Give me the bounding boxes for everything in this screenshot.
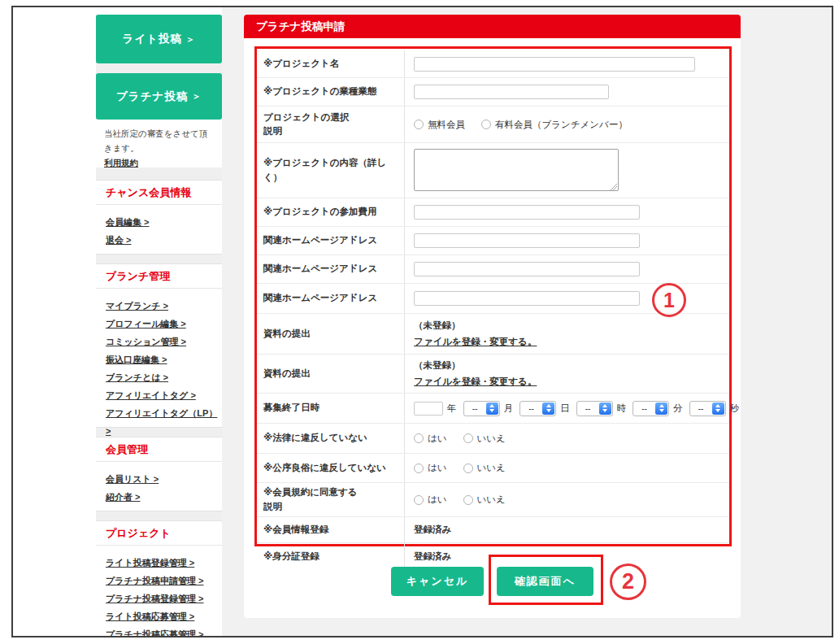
- radio-icon[interactable]: [414, 120, 424, 129]
- unit-day: 日: [560, 402, 570, 415]
- radio-option-order-no[interactable]: いいえ: [463, 462, 506, 474]
- page-frame: ライト投稿 ＞ プラチナ投稿 ＞ 当社所定の審査をさせて頂きます。 利用規約 チ…: [11, 6, 833, 637]
- radio-icon[interactable]: [481, 120, 491, 129]
- radio-option-order-yes[interactable]: はい: [414, 462, 447, 474]
- project-detail-textarea[interactable]: [414, 149, 619, 191]
- radio-icon[interactable]: [414, 433, 424, 443]
- sidebar-review-note: 当社所定の審査をさせて頂きます。 利用規約: [96, 120, 222, 168]
- confirm-button[interactable]: 確認画面へ: [497, 567, 593, 596]
- radio-option-paid-member[interactable]: 有料会員（ブランチメンバー）: [481, 119, 628, 131]
- sidebar-item-referrer[interactable]: 紹介者 >: [96, 488, 222, 506]
- radio-label: いいえ: [477, 494, 506, 506]
- form-row-project-select: プロジェクトの選択 説明 無料会員 有料会員（ブランチメンバー）: [257, 107, 729, 143]
- sidebar: ライト投稿 ＞ プラチナ投稿 ＞ 当社所定の審査をさせて頂きます。 利用規約 チ…: [96, 15, 222, 636]
- radio-label: はい: [428, 433, 447, 445]
- platinum-post-button-label: プラチナ投稿: [116, 89, 188, 104]
- radio-option-legal-no[interactable]: いいえ: [463, 433, 506, 445]
- chevron-right-icon: ＞: [192, 90, 202, 102]
- sidebar-item-profile-edit[interactable]: プロフィール編集 >: [96, 315, 222, 333]
- form-row-industry: ※プロジェクトの業種業態: [257, 78, 729, 107]
- stepper-icon: [655, 402, 667, 415]
- radio-icon[interactable]: [463, 495, 473, 505]
- form-row-fee: ※プロジェクトの参加費用: [257, 198, 729, 227]
- project-name-input[interactable]: [414, 57, 695, 72]
- section-heading: 会員管理: [96, 437, 222, 462]
- form-row-project-name: ※プロジェクト名: [257, 50, 729, 78]
- unit-second: 秒: [730, 402, 740, 415]
- radio-option-legal-yes[interactable]: はい: [414, 433, 447, 445]
- sidebar-item-about-branch[interactable]: ブランチとは >: [96, 368, 222, 386]
- sidebar-item-affiliate-tag-lp[interactable]: アフィリエイトタグ（LP） >: [96, 404, 222, 422]
- minute-select[interactable]: --: [633, 401, 669, 416]
- form-row-agree-terms: ※会員規約に同意する 説明 はい いいえ: [257, 483, 729, 517]
- radio-option-free-member[interactable]: 無料会員: [414, 119, 465, 131]
- review-note-text: 当社所定の審査をさせて頂きます。: [104, 128, 207, 153]
- field-label: 関連ホームページアドレス: [263, 291, 404, 305]
- radio-icon[interactable]: [463, 433, 473, 443]
- hour-select[interactable]: --: [576, 401, 613, 416]
- sidebar-item-member-edit[interactable]: 会員編集 >: [96, 213, 222, 231]
- radio-label: はい: [428, 462, 447, 474]
- year-input[interactable]: [414, 402, 443, 416]
- section-heading: ブランチ管理: [96, 264, 222, 289]
- select-value: --: [633, 404, 655, 413]
- terms-of-use-link[interactable]: 利用規約: [104, 158, 138, 168]
- unit-minute: 分: [673, 402, 683, 415]
- sidebar-section-project: プロジェクト ライト投稿登録管理 > プラチナ投稿申請管理 > プラチナ投稿登録…: [96, 520, 222, 637]
- sidebar-button-platinum-post[interactable]: プラチナ投稿 ＞: [96, 73, 222, 120]
- select-value: --: [690, 404, 712, 413]
- sidebar-item-platinum-entry-mgmt[interactable]: プラチナ投稿応募管理 >: [96, 625, 222, 637]
- registered-status: 登録済み: [414, 524, 451, 536]
- second-select[interactable]: --: [689, 401, 726, 416]
- sidebar-item-platinum-reg-mgmt[interactable]: プラチナ投稿登録管理 >: [96, 590, 222, 607]
- resize-grip-icon[interactable]: [611, 184, 617, 190]
- month-select[interactable]: --: [463, 401, 500, 416]
- day-select[interactable]: --: [519, 401, 556, 416]
- select-value: --: [464, 404, 486, 413]
- sidebar-item-my-branch[interactable]: マイブランチ >: [96, 297, 222, 315]
- cancel-button[interactable]: キャンセル: [391, 567, 484, 596]
- radio-label: はい: [428, 494, 447, 506]
- homepage-url-input-2[interactable]: [414, 262, 640, 276]
- sidebar-item-light-post-reg[interactable]: ライト投稿登録管理 >: [96, 554, 222, 572]
- select-value: --: [577, 404, 599, 413]
- sidebar-item-light-entry-mgmt[interactable]: ライト投稿応募管理 >: [96, 607, 222, 625]
- homepage-url-input-1[interactable]: [414, 233, 640, 248]
- sidebar-item-withdraw[interactable]: 退会 >: [96, 231, 222, 249]
- sidebar-item-member-list[interactable]: 会員リスト >: [96, 470, 222, 488]
- sidebar-button-light-post[interactable]: ライト投稿 ＞: [96, 15, 222, 63]
- annotation-circle-1: 1: [652, 283, 686, 317]
- unit-month: 月: [504, 402, 514, 415]
- sidebar-item-affiliate-tag[interactable]: アフィリエイトタグ >: [96, 386, 222, 404]
- participation-fee-input[interactable]: [414, 205, 640, 220]
- homepage-url-input-3[interactable]: [414, 291, 640, 306]
- radio-option-agree-no[interactable]: いいえ: [463, 494, 506, 506]
- file-upload-link-1[interactable]: ファイルを登録・変更する。: [414, 334, 537, 350]
- unit-year: 年: [447, 402, 457, 415]
- form-row-document-1: 資料の提出 （未登録） ファイルを登録・変更する。: [257, 314, 729, 355]
- field-label: 資料の提出: [263, 367, 404, 381]
- page-title: プラチナ投稿申請: [244, 15, 741, 38]
- sidebar-item-platinum-apply-mgmt[interactable]: プラチナ投稿申請管理 >: [96, 572, 222, 590]
- field-sublabel: 説明: [263, 124, 404, 138]
- field-label: ※身分証登録: [263, 550, 404, 564]
- sidebar-section-branch: ブランチ管理 マイブランチ > プロフィール編集 > コミッション管理 > 振込…: [96, 263, 222, 428]
- field-label: プロジェクトの選択: [263, 111, 404, 124]
- form-row-member-info-reg: ※会員情報登録 登録済み: [257, 517, 729, 543]
- sidebar-item-bank-account[interactable]: 振込口座編集 >: [96, 350, 222, 368]
- radio-icon[interactable]: [414, 463, 424, 473]
- radio-option-agree-yes[interactable]: はい: [414, 494, 447, 506]
- radio-label: 有料会員（ブランチメンバー）: [495, 119, 628, 131]
- field-label: ※法律に違反していない: [263, 431, 404, 445]
- radio-label: 無料会員: [428, 119, 465, 131]
- field-label: 募集終了日時: [263, 401, 404, 415]
- radio-icon[interactable]: [414, 495, 424, 505]
- file-upload-link-2[interactable]: ファイルを登録・変更する。: [414, 374, 537, 390]
- field-label: ※プロジェクトの内容（詳しく）: [263, 156, 404, 185]
- chevron-right-icon: ＞: [186, 33, 196, 46]
- industry-input[interactable]: [414, 85, 609, 99]
- form-row-deadline: 募集終了日時 年 -- 月 -- 日 -- 時 -- 分 -- 秒: [257, 394, 729, 424]
- sidebar-item-commission[interactable]: コミッション管理 >: [96, 333, 222, 350]
- field-label: ※会員情報登録: [263, 523, 404, 537]
- radio-icon[interactable]: [463, 463, 473, 473]
